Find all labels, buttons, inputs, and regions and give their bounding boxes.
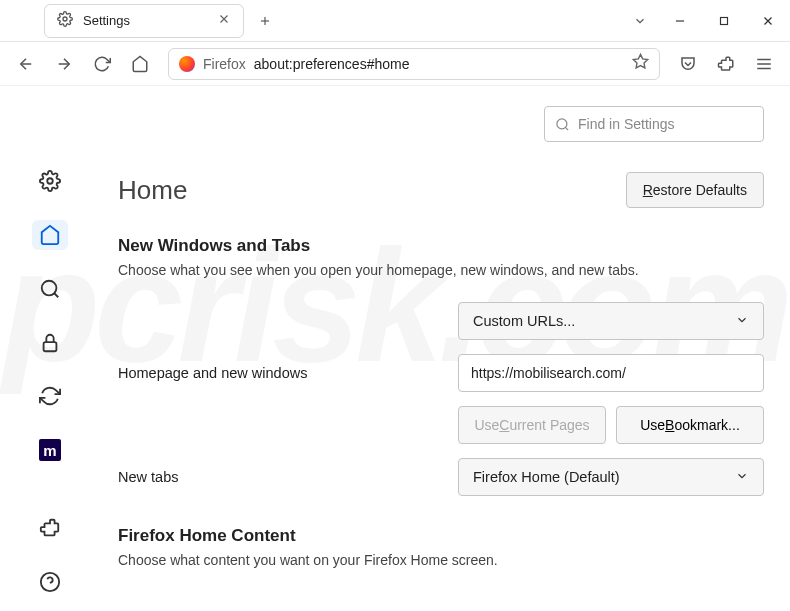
window-close-button[interactable] bbox=[746, 0, 790, 42]
tab-close-icon[interactable] bbox=[217, 12, 231, 30]
url-text: about:preferences#home bbox=[254, 56, 624, 72]
homepage-mode-select[interactable]: Custom URLs... bbox=[458, 302, 764, 340]
sidebar-item-extensions[interactable] bbox=[32, 513, 68, 543]
forward-button[interactable] bbox=[48, 48, 80, 80]
bookmark-star-icon[interactable] bbox=[632, 53, 649, 74]
window-minimize-button[interactable] bbox=[658, 0, 702, 42]
m-icon: m bbox=[39, 439, 61, 461]
sidebar-item-search[interactable] bbox=[32, 274, 68, 304]
svg-point-16 bbox=[42, 280, 57, 295]
tabs-dropdown-icon[interactable] bbox=[622, 14, 658, 28]
homepage-label: Homepage and new windows bbox=[118, 365, 438, 381]
homepage-url-input[interactable] bbox=[458, 354, 764, 392]
sidebar-item-more[interactable]: m bbox=[32, 435, 68, 465]
browser-tab[interactable]: Settings bbox=[44, 4, 244, 38]
svg-marker-11 bbox=[633, 54, 647, 67]
chevron-down-icon bbox=[735, 469, 749, 486]
page-title: Home bbox=[118, 175, 187, 206]
sidebar-item-sync[interactable] bbox=[32, 382, 68, 412]
section-new-windows-title: New Windows and Tabs bbox=[118, 236, 764, 256]
svg-point-15 bbox=[47, 178, 53, 184]
homepage-mode-value: Custom URLs... bbox=[473, 313, 575, 329]
tab-title: Settings bbox=[83, 13, 207, 28]
titlebar: Settings bbox=[0, 0, 790, 42]
url-prefix: Firefox bbox=[203, 56, 246, 72]
svg-line-17 bbox=[54, 293, 58, 297]
firefox-icon bbox=[179, 56, 195, 72]
search-placeholder: Find in Settings bbox=[578, 116, 675, 132]
navbar: Firefox about:preferences#home bbox=[0, 42, 790, 86]
svg-line-22 bbox=[565, 127, 568, 130]
settings-sidebar: m bbox=[0, 86, 100, 611]
settings-search-input[interactable]: Find in Settings bbox=[544, 106, 764, 142]
svg-point-21 bbox=[557, 118, 567, 128]
extensions-icon[interactable] bbox=[710, 48, 742, 80]
svg-rect-6 bbox=[721, 17, 728, 24]
pocket-icon[interactable] bbox=[672, 48, 704, 80]
menu-button[interactable] bbox=[748, 48, 780, 80]
url-bar[interactable]: Firefox about:preferences#home bbox=[168, 48, 660, 80]
sidebar-item-privacy[interactable] bbox=[32, 328, 68, 358]
chevron-down-icon bbox=[735, 313, 749, 330]
new-tab-button[interactable] bbox=[250, 6, 280, 36]
reload-button[interactable] bbox=[86, 48, 118, 80]
sidebar-item-help[interactable] bbox=[32, 567, 68, 597]
section-home-content-title: Firefox Home Content bbox=[118, 526, 764, 546]
newtabs-label: New tabs bbox=[118, 469, 438, 485]
use-current-pages-button: Use Current Pages bbox=[458, 406, 606, 444]
newtabs-select[interactable]: Firefox Home (Default) bbox=[458, 458, 764, 496]
home-button[interactable] bbox=[124, 48, 156, 80]
newtabs-value: Firefox Home (Default) bbox=[473, 469, 620, 485]
sidebar-item-home[interactable] bbox=[32, 220, 68, 250]
restore-defaults-button[interactable]: Restore Defaults bbox=[626, 172, 764, 208]
svg-rect-18 bbox=[44, 342, 57, 351]
svg-point-0 bbox=[63, 17, 67, 21]
sidebar-item-general[interactable] bbox=[32, 166, 68, 196]
section-home-content-desc: Choose what content you want on your Fir… bbox=[118, 552, 764, 568]
gear-icon bbox=[57, 11, 73, 31]
section-new-windows-desc: Choose what you see when you open your h… bbox=[118, 262, 764, 278]
window-maximize-button[interactable] bbox=[702, 0, 746, 42]
settings-main: Find in Settings Home Restore Defaults N… bbox=[100, 86, 790, 611]
back-button[interactable] bbox=[10, 48, 42, 80]
use-bookmark-button[interactable]: Use Bookmark... bbox=[616, 406, 764, 444]
